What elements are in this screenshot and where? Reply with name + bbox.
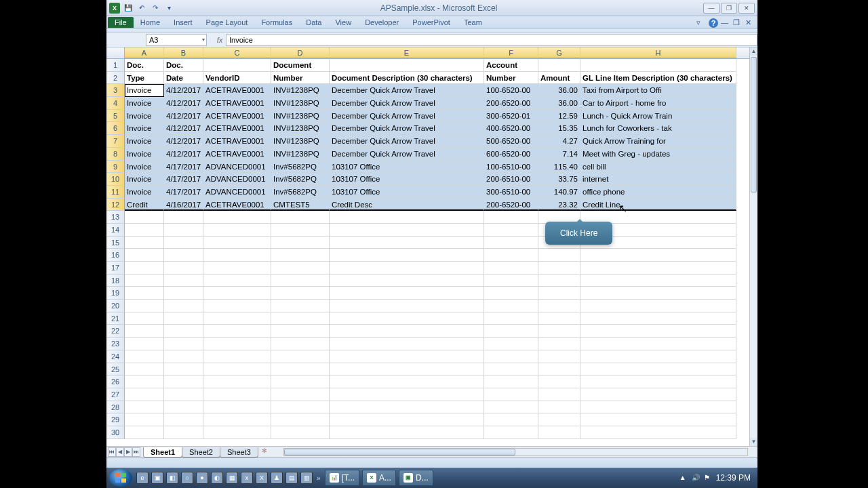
- minimize-button[interactable]: —: [703, 3, 719, 14]
- cell[interactable]: [203, 249, 271, 262]
- cell[interactable]: [484, 413, 538, 426]
- workbook-close-icon[interactable]: ✕: [745, 18, 755, 28]
- cell[interactable]: [271, 211, 330, 224]
- sheet-tab-2[interactable]: Sheet2: [182, 447, 220, 458]
- cell[interactable]: 36.00: [538, 84, 580, 97]
- cell[interactable]: 200-6520-00: [484, 97, 538, 110]
- cell[interactable]: GL Line Item Description (30 characters): [580, 72, 736, 85]
- cell[interactable]: [538, 388, 580, 401]
- cell[interactable]: 4/12/2017: [164, 84, 203, 97]
- cell[interactable]: Inv#5682PQ: [271, 186, 330, 199]
- cell[interactable]: [203, 237, 271, 249]
- cell[interactable]: 300-6510-00: [484, 186, 538, 199]
- cell[interactable]: [580, 363, 736, 376]
- cell[interactable]: December Quick Arrow Travel: [330, 97, 484, 110]
- tab-data[interactable]: Data: [299, 17, 328, 28]
- cell[interactable]: December Quick Arrow Travel: [330, 135, 484, 148]
- sheet-nav-first[interactable]: ⏮: [108, 447, 116, 457]
- row-header[interactable]: 30: [106, 426, 125, 439]
- cell[interactable]: [330, 274, 484, 287]
- tab-formulas[interactable]: Formulas: [254, 17, 299, 28]
- col-header-B[interactable]: B: [164, 47, 203, 58]
- cell[interactable]: Taxi from Airport to Offi: [580, 84, 736, 97]
- cell[interactable]: [271, 249, 330, 262]
- cell[interactable]: [580, 413, 736, 426]
- taskbar-quick-icon[interactable]: X: [256, 472, 268, 484]
- cell[interactable]: 103107 Office: [330, 161, 484, 174]
- row-header[interactable]: 26: [106, 375, 125, 388]
- row-header[interactable]: 15: [106, 237, 125, 249]
- row-header[interactable]: 29: [106, 413, 125, 426]
- cell[interactable]: 7.14: [538, 148, 580, 161]
- cell[interactable]: [125, 388, 164, 401]
- cell[interactable]: [484, 426, 538, 439]
- row-header[interactable]: 11: [106, 186, 125, 199]
- taskbar-item[interactable]: ▣D...: [399, 470, 433, 486]
- cell[interactable]: December Quick Arrow Travel: [330, 84, 484, 97]
- cell[interactable]: [164, 350, 203, 363]
- cell[interactable]: Invoice: [125, 161, 164, 174]
- cell[interactable]: Document: [271, 59, 330, 72]
- cell[interactable]: [538, 375, 580, 388]
- cell[interactable]: Meet with Greg - updates: [580, 148, 736, 161]
- grid-body[interactable]: 1Doc.Doc.DocumentAccount2TypeDateVendorI…: [106, 59, 749, 446]
- sheet-nav-last[interactable]: ⏭: [132, 447, 140, 457]
- cell[interactable]: 140.97: [538, 186, 580, 199]
- cell[interactable]: [125, 237, 164, 249]
- cell[interactable]: December Quick Arrow Travel: [330, 148, 484, 161]
- cell[interactable]: [538, 249, 580, 262]
- cell[interactable]: [203, 401, 271, 414]
- cell[interactable]: Inv#5682PQ: [271, 161, 330, 174]
- cell[interactable]: Inv#5682PQ: [271, 173, 330, 186]
- cell[interactable]: ACETRAVE0001: [203, 135, 271, 148]
- cell[interactable]: [271, 363, 330, 376]
- cell[interactable]: [203, 413, 271, 426]
- cell[interactable]: Credit: [125, 199, 164, 211]
- taskbar-quick-icon[interactable]: e: [136, 472, 149, 484]
- cell[interactable]: [330, 312, 484, 325]
- cell[interactable]: [164, 413, 203, 426]
- cell[interactable]: [271, 338, 330, 350]
- cell[interactable]: 100-6520-00: [484, 84, 538, 97]
- cell[interactable]: [580, 338, 736, 350]
- cell[interactable]: [538, 312, 580, 325]
- col-header-A[interactable]: A: [125, 47, 164, 58]
- cell[interactable]: 36.00: [538, 97, 580, 110]
- cell[interactable]: [271, 287, 330, 300]
- cell[interactable]: [538, 287, 580, 300]
- tab-home[interactable]: Home: [134, 17, 167, 28]
- cell[interactable]: [125, 211, 164, 224]
- start-button[interactable]: [109, 469, 132, 487]
- cell[interactable]: [125, 287, 164, 300]
- cell[interactable]: Doc.: [164, 59, 203, 72]
- cell[interactable]: [125, 224, 164, 237]
- cell[interactable]: INV#1238PQ: [271, 84, 330, 97]
- cell[interactable]: 4/17/2017: [164, 186, 203, 199]
- cell[interactable]: [580, 274, 736, 287]
- cell[interactable]: [271, 388, 330, 401]
- cell[interactable]: [164, 237, 203, 249]
- cell[interactable]: Number: [271, 72, 330, 85]
- cell[interactable]: [271, 426, 330, 439]
- cell[interactable]: Document Description (30 characters): [330, 72, 484, 85]
- cell[interactable]: [125, 375, 164, 388]
- cell[interactable]: [164, 312, 203, 325]
- select-all-corner[interactable]: [106, 47, 125, 58]
- cell[interactable]: 4/12/2017: [164, 135, 203, 148]
- cell[interactable]: [580, 312, 736, 325]
- help-icon[interactable]: ?: [709, 18, 718, 28]
- row-header[interactable]: 22: [106, 325, 125, 338]
- cell[interactable]: [125, 274, 164, 287]
- cell[interactable]: 12.59: [538, 110, 580, 123]
- taskbar-item[interactable]: 📊[T...: [325, 470, 359, 486]
- tab-team[interactable]: Team: [457, 17, 489, 28]
- cell[interactable]: [125, 350, 164, 363]
- cell[interactable]: [164, 274, 203, 287]
- cell[interactable]: 200-6520-00: [484, 199, 538, 211]
- taskbar-quick-icon[interactable]: ▣: [151, 472, 163, 484]
- cell[interactable]: Invoice: [125, 84, 164, 97]
- cell[interactable]: [164, 325, 203, 338]
- cell[interactable]: [538, 325, 580, 338]
- cell[interactable]: [538, 274, 580, 287]
- cell[interactable]: [271, 312, 330, 325]
